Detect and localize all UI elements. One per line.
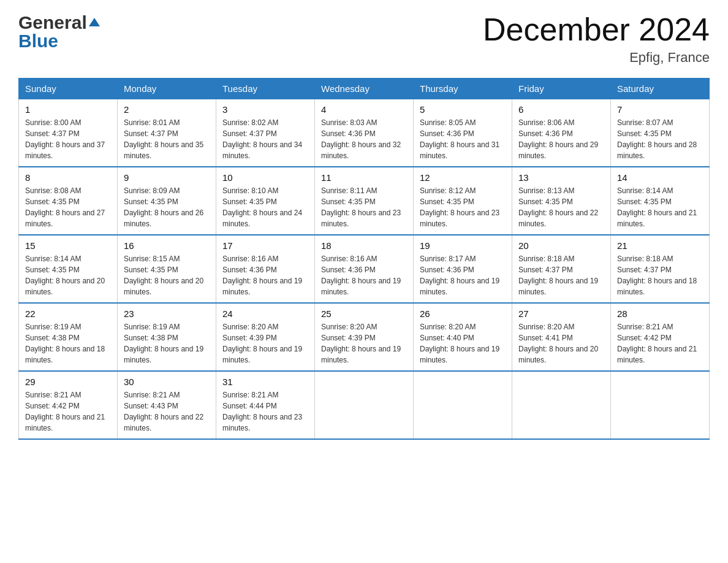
day-info: Sunrise: 8:20 AM Sunset: 4:39 PM Dayligh… xyxy=(222,321,308,366)
day-info: Sunrise: 8:03 AM Sunset: 4:36 PM Dayligh… xyxy=(321,117,407,161)
calendar-table: Sunday Monday Tuesday Wednesday Thursday… xyxy=(18,78,710,440)
calendar-cell-w3-d0: 15 Sunrise: 8:14 AM Sunset: 4:35 PM Dayl… xyxy=(19,235,118,303)
day-info: Sunrise: 8:13 AM Sunset: 4:35 PM Dayligh… xyxy=(518,185,604,229)
day-info: Sunrise: 8:21 AM Sunset: 4:42 PM Dayligh… xyxy=(25,389,111,434)
day-number: 31 xyxy=(222,377,308,387)
day-info: Sunrise: 8:02 AM Sunset: 4:37 PM Dayligh… xyxy=(222,117,308,161)
calendar-cell-w5-d5 xyxy=(512,371,611,439)
day-info: Sunrise: 8:15 AM Sunset: 4:35 PM Dayligh… xyxy=(124,253,210,297)
day-info: Sunrise: 8:17 AM Sunset: 4:36 PM Dayligh… xyxy=(420,253,506,297)
calendar-cell-w2-d2: 10 Sunrise: 8:10 AM Sunset: 4:35 PM Dayl… xyxy=(216,167,315,235)
day-info: Sunrise: 8:01 AM Sunset: 4:37 PM Dayligh… xyxy=(124,117,210,161)
day-info: Sunrise: 8:20 AM Sunset: 4:40 PM Dayligh… xyxy=(420,321,506,366)
day-info: Sunrise: 8:10 AM Sunset: 4:35 PM Dayligh… xyxy=(222,185,308,229)
week-row-1: 1 Sunrise: 8:00 AM Sunset: 4:37 PM Dayli… xyxy=(19,99,710,167)
day-number: 4 xyxy=(321,104,407,115)
day-number: 1 xyxy=(25,104,111,115)
day-number: 14 xyxy=(617,172,703,183)
day-number: 19 xyxy=(420,240,506,251)
day-number: 17 xyxy=(222,240,308,251)
day-number: 8 xyxy=(25,172,111,183)
calendar-body: 1 Sunrise: 8:00 AM Sunset: 4:37 PM Dayli… xyxy=(19,99,710,440)
day-info: Sunrise: 8:16 AM Sunset: 4:36 PM Dayligh… xyxy=(222,253,308,297)
day-info: Sunrise: 8:20 AM Sunset: 4:39 PM Dayligh… xyxy=(321,321,407,366)
day-number: 2 xyxy=(124,104,210,115)
day-number: 30 xyxy=(124,377,210,387)
calendar-cell-w3-d2: 17 Sunrise: 8:16 AM Sunset: 4:36 PM Dayl… xyxy=(216,235,315,303)
calendar-cell-w3-d4: 19 Sunrise: 8:17 AM Sunset: 4:36 PM Dayl… xyxy=(414,235,512,303)
calendar-cell-w2-d4: 12 Sunrise: 8:12 AM Sunset: 4:35 PM Dayl… xyxy=(414,167,512,235)
calendar-subtitle: Epfig, France xyxy=(483,50,710,66)
calendar-cell-w3-d5: 20 Sunrise: 8:18 AM Sunset: 4:37 PM Dayl… xyxy=(512,235,611,303)
calendar-title: December 2024 xyxy=(483,12,710,47)
calendar-cell-w3-d1: 16 Sunrise: 8:15 AM Sunset: 4:35 PM Dayl… xyxy=(118,235,216,303)
day-info: Sunrise: 8:19 AM Sunset: 4:38 PM Dayligh… xyxy=(25,321,111,366)
calendar-header: Sunday Monday Tuesday Wednesday Thursday… xyxy=(19,79,710,99)
calendar-cell-w1-d1: 2 Sunrise: 8:01 AM Sunset: 4:37 PM Dayli… xyxy=(118,99,216,167)
col-friday: Friday xyxy=(512,79,611,99)
day-number: 16 xyxy=(124,240,210,251)
day-number: 25 xyxy=(321,308,407,319)
calendar-cell-w2-d5: 13 Sunrise: 8:13 AM Sunset: 4:35 PM Dayl… xyxy=(512,167,611,235)
calendar-cell-w2-d1: 9 Sunrise: 8:09 AM Sunset: 4:35 PM Dayli… xyxy=(118,167,216,235)
calendar-cell-w4-d4: 26 Sunrise: 8:20 AM Sunset: 4:40 PM Dayl… xyxy=(414,303,512,371)
day-number: 20 xyxy=(518,240,604,251)
logo-text-general: General xyxy=(18,12,87,33)
day-number: 7 xyxy=(617,104,703,115)
day-number: 27 xyxy=(518,308,604,319)
calendar-cell-w2-d0: 8 Sunrise: 8:08 AM Sunset: 4:35 PM Dayli… xyxy=(19,167,118,235)
calendar-cell-w3-d6: 21 Sunrise: 8:18 AM Sunset: 4:37 PM Dayl… xyxy=(611,235,710,303)
day-number: 29 xyxy=(25,377,111,387)
calendar-cell-w4-d5: 27 Sunrise: 8:20 AM Sunset: 4:41 PM Dayl… xyxy=(512,303,611,371)
day-info: Sunrise: 8:06 AM Sunset: 4:36 PM Dayligh… xyxy=(518,117,604,161)
day-info: Sunrise: 8:05 AM Sunset: 4:36 PM Dayligh… xyxy=(420,117,506,161)
day-info: Sunrise: 8:16 AM Sunset: 4:36 PM Dayligh… xyxy=(321,253,407,297)
day-number: 23 xyxy=(124,308,210,319)
day-number: 12 xyxy=(420,172,506,183)
calendar-cell-w2-d6: 14 Sunrise: 8:14 AM Sunset: 4:35 PM Dayl… xyxy=(611,167,710,235)
day-number: 13 xyxy=(518,172,604,183)
logo: General Blue xyxy=(18,12,100,52)
week-row-4: 22 Sunrise: 8:19 AM Sunset: 4:38 PM Dayl… xyxy=(19,303,710,371)
day-number: 9 xyxy=(124,172,210,183)
day-info: Sunrise: 8:09 AM Sunset: 4:35 PM Dayligh… xyxy=(124,185,210,229)
col-wednesday: Wednesday xyxy=(315,79,414,99)
calendar-cell-w1-d2: 3 Sunrise: 8:02 AM Sunset: 4:37 PM Dayli… xyxy=(216,99,315,167)
week-row-2: 8 Sunrise: 8:08 AM Sunset: 4:35 PM Dayli… xyxy=(19,167,710,235)
day-number: 26 xyxy=(420,308,506,319)
day-number: 28 xyxy=(617,308,703,319)
day-info: Sunrise: 8:11 AM Sunset: 4:35 PM Dayligh… xyxy=(321,185,407,229)
day-number: 24 xyxy=(222,308,308,319)
day-info: Sunrise: 8:12 AM Sunset: 4:35 PM Dayligh… xyxy=(420,185,506,229)
day-info: Sunrise: 8:21 AM Sunset: 4:44 PM Dayligh… xyxy=(222,389,308,434)
day-number: 10 xyxy=(222,172,308,183)
calendar-cell-w5-d4 xyxy=(414,371,512,439)
calendar-cell-w3-d3: 18 Sunrise: 8:16 AM Sunset: 4:36 PM Dayl… xyxy=(315,235,414,303)
calendar-cell-w5-d6 xyxy=(611,371,710,439)
calendar-cell-w4-d6: 28 Sunrise: 8:21 AM Sunset: 4:42 PM Dayl… xyxy=(611,303,710,371)
logo-text-blue: Blue xyxy=(18,31,58,52)
day-number: 22 xyxy=(25,308,111,319)
day-info: Sunrise: 8:20 AM Sunset: 4:41 PM Dayligh… xyxy=(518,321,604,366)
calendar-cell-w4-d3: 25 Sunrise: 8:20 AM Sunset: 4:39 PM Dayl… xyxy=(315,303,414,371)
calendar-cell-w4-d0: 22 Sunrise: 8:19 AM Sunset: 4:38 PM Dayl… xyxy=(19,303,118,371)
week-row-3: 15 Sunrise: 8:14 AM Sunset: 4:35 PM Dayl… xyxy=(19,235,710,303)
col-monday: Monday xyxy=(118,79,216,99)
day-info: Sunrise: 8:14 AM Sunset: 4:35 PM Dayligh… xyxy=(617,185,703,229)
calendar-cell-w1-d0: 1 Sunrise: 8:00 AM Sunset: 4:37 PM Dayli… xyxy=(19,99,118,167)
header-row: Sunday Monday Tuesday Wednesday Thursday… xyxy=(19,79,710,99)
calendar-cell-w5-d2: 31 Sunrise: 8:21 AM Sunset: 4:44 PM Dayl… xyxy=(216,371,315,439)
calendar-cell-w1-d3: 4 Sunrise: 8:03 AM Sunset: 4:36 PM Dayli… xyxy=(315,99,414,167)
col-sunday: Sunday xyxy=(19,79,118,99)
day-info: Sunrise: 8:08 AM Sunset: 4:35 PM Dayligh… xyxy=(25,185,111,229)
day-number: 6 xyxy=(518,104,604,115)
page-header: General Blue December 2024 Epfig, France xyxy=(18,12,710,66)
week-row-5: 29 Sunrise: 8:21 AM Sunset: 4:42 PM Dayl… xyxy=(19,371,710,439)
day-info: Sunrise: 8:18 AM Sunset: 4:37 PM Dayligh… xyxy=(518,253,604,297)
day-info: Sunrise: 8:18 AM Sunset: 4:37 PM Dayligh… xyxy=(617,253,703,297)
day-number: 21 xyxy=(617,240,703,251)
day-info: Sunrise: 8:00 AM Sunset: 4:37 PM Dayligh… xyxy=(25,117,111,161)
calendar-cell-w4-d2: 24 Sunrise: 8:20 AM Sunset: 4:39 PM Dayl… xyxy=(216,303,315,371)
col-thursday: Thursday xyxy=(414,79,512,99)
calendar-cell-w2-d3: 11 Sunrise: 8:11 AM Sunset: 4:35 PM Dayl… xyxy=(315,167,414,235)
